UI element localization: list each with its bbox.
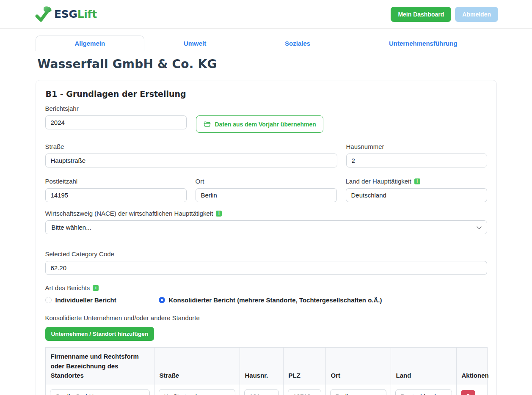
berichtsjahr-input[interactable] <box>45 115 187 129</box>
report-type-info-icon[interactable]: i <box>93 285 99 291</box>
tab-umwelt[interactable]: Umwelt <box>144 36 245 51</box>
category-code-input[interactable] <box>45 261 487 275</box>
col-firmenname: Firmenname und Rechtsform oder Bezeichnu… <box>45 348 154 385</box>
land-info-icon[interactable]: i <box>414 178 420 184</box>
col-plz: PLZ <box>283 348 325 385</box>
table-row <box>45 385 487 395</box>
delete-row-button[interactable] <box>461 390 475 395</box>
tab-soziales[interactable]: Soziales <box>245 36 350 51</box>
berichtsjahr-label: Berichtsjahr <box>45 105 487 112</box>
col-land: Land <box>391 348 456 385</box>
report-type-label: Art des Berichts <box>45 284 90 291</box>
col-ort: Ort <box>325 348 391 385</box>
nace-selected-value: Bitte wählen... <box>52 224 91 231</box>
strasse-input[interactable] <box>45 154 337 167</box>
vorjahr-uebernehmen-button[interactable]: Daten aus dem Vorjahr übernehmen <box>196 115 323 133</box>
nace-select[interactable]: Bitte wählen... <box>45 220 487 234</box>
radio-konsolidierter-bericht[interactable]: Konsolidierter Bericht (mehrere Standort… <box>159 296 382 304</box>
top-header: ESGLift Mein Dashboard Abmelden <box>0 0 532 29</box>
row-strasse-input[interactable] <box>159 389 235 395</box>
vorjahr-button-label: Daten aus dem Vorjahr übernehmen <box>215 121 316 128</box>
strasse-label: Straße <box>45 143 337 150</box>
nace-info-icon[interactable]: i <box>216 211 222 217</box>
tab-allgemein[interactable]: Allgemein <box>36 36 145 51</box>
trash-icon <box>465 394 471 395</box>
row-hausnr-input[interactable] <box>244 389 279 395</box>
spacer <box>45 234 487 250</box>
hausnummer-label: Hausnummer <box>346 143 487 150</box>
nace-label: Wirtschaftszweig (NACE) der wirtschaftli… <box>45 210 213 217</box>
tab-unternehmensfuehrung[interactable]: Unternehmensführung <box>350 36 496 51</box>
leaf-check-icon <box>34 5 53 24</box>
add-company-button[interactable]: Unternehmen / Standort hinzufügen <box>45 327 154 341</box>
row-land-input[interactable] <box>395 389 452 395</box>
page-title: Wasserfall GmbH & Co. KG <box>38 57 497 71</box>
category-code-label: Selected Category Code <box>45 250 487 258</box>
brand-name: ESGLift <box>54 8 97 20</box>
plz-label: Postleitzahl <box>45 178 187 185</box>
hausnummer-input[interactable] <box>346 154 487 167</box>
brand-logo[interactable]: ESGLift <box>34 5 97 24</box>
ort-input[interactable] <box>196 188 337 202</box>
companies-table: Firmenname und Rechtsform oder Bezeichnu… <box>45 347 488 395</box>
section-tabs: Allgemein Umwelt Soziales Unternehmensfü… <box>36 36 497 51</box>
row-plz-input[interactable] <box>288 389 321 395</box>
dashboard-button[interactable]: Mein Dashboard <box>391 7 451 22</box>
ort-label: Ort <box>196 178 337 185</box>
row-firmenname-input[interactable] <box>50 389 150 395</box>
radio-individueller-bericht[interactable]: Individueller Bericht <box>45 296 159 304</box>
radio-konsolidierter-label: Konsolidierter Bericht (mehrere Standort… <box>169 296 382 304</box>
table-header-row: Firmenname und Rechtsform oder Bezeichnu… <box>45 348 487 385</box>
radio-individueller-label: Individueller Bericht <box>55 296 116 304</box>
col-aktionen: Aktionen <box>456 348 487 385</box>
row-ort-input[interactable] <box>330 389 386 395</box>
radio-unselected-icon[interactable] <box>45 297 52 303</box>
col-hausnr: Hausnr. <box>240 348 283 385</box>
consolidated-section-label: Konsolidierte Unternehmen und/oder ander… <box>45 314 487 321</box>
radio-selected-icon[interactable] <box>159 297 165 303</box>
section-title: B1 - Grundlagen der Erstellung <box>46 89 487 99</box>
chevron-down-icon <box>477 224 481 229</box>
land-input[interactable] <box>346 188 487 202</box>
folder-open-icon <box>203 121 211 128</box>
land-label: Land der Haupttätigkeit <box>346 178 411 185</box>
plz-input[interactable] <box>45 188 187 202</box>
logout-button[interactable]: Abmelden <box>455 7 498 22</box>
b1-form-card: B1 - Grundlagen der Erstellung Berichtsj… <box>36 80 497 395</box>
col-strasse: Straße <box>154 348 240 385</box>
